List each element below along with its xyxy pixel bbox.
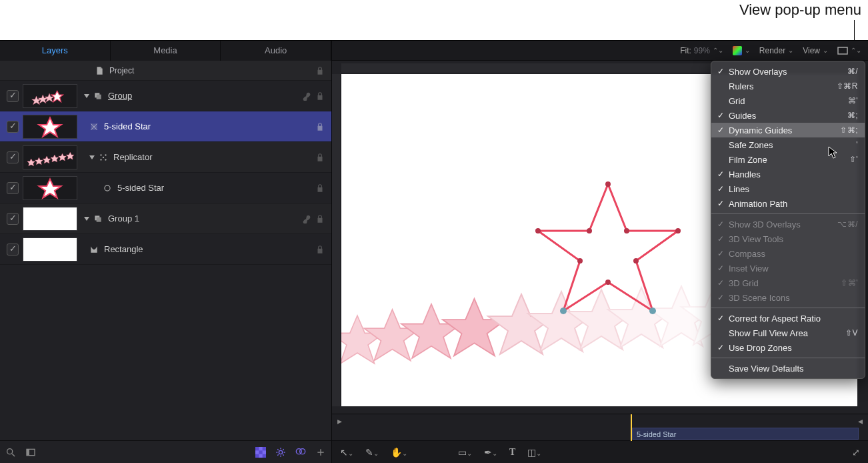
svg-rect-30 [255, 454, 259, 457]
link-icon[interactable] [302, 214, 311, 223]
menu-item-label: Rulers [726, 81, 837, 91]
panel-icon[interactable] [25, 447, 36, 458]
filter-icon[interactable] [295, 447, 306, 458]
visibility-checkbox[interactable] [7, 90, 19, 102]
mini-timeline[interactable]: ▸ 5-sided Star ◂ [332, 414, 868, 440]
paint-tool-icon[interactable]: ✒⌄ [484, 447, 497, 458]
out-marker-icon[interactable]: ◂ [858, 416, 863, 426]
mask-tool-icon[interactable]: ◫⌄ [527, 447, 541, 458]
menu-item-3d_tools: ✓3D View Tools [711, 232, 865, 246]
in-marker-icon[interactable]: ▸ [337, 416, 342, 426]
rectangle-tool-icon[interactable]: ▭⌄ [458, 447, 472, 458]
menu-item-save_defaults[interactable]: Save View Defaults [711, 361, 865, 376]
menu-item-label: Show Full View Area [726, 328, 845, 338]
visibility-checkbox[interactable] [7, 121, 19, 133]
replicator-icon [99, 153, 108, 162]
svg-point-14 [105, 154, 106, 155]
search-icon[interactable] [5, 447, 16, 458]
menu-item-show_overlays[interactable]: ✓Show Overlays⌘/ [711, 64, 865, 79]
lock-icon[interactable] [315, 66, 325, 75]
svg-rect-31 [263, 454, 266, 457]
fit-control[interactable]: Fit: 99% ⌃⌄ [680, 46, 723, 55]
checker-icon[interactable] [255, 447, 266, 458]
disclosure-icon[interactable] [84, 217, 89, 221]
check-icon: ✓ [715, 264, 726, 273]
check-icon: ✓ [715, 199, 726, 208]
layer-row-replicator[interactable]: Replicator [0, 142, 331, 173]
layout-popup[interactable]: ⌃⌄ [837, 47, 861, 55]
project-label: Project [109, 66, 315, 75]
chevron-down-icon: ⌄ [823, 47, 828, 54]
menu-item-anim_path[interactable]: ✓Animation Path [711, 196, 865, 211]
menu-item-shortcut: ⇧⌘' [841, 278, 858, 288]
menu-item-guides[interactable]: ✓Guides⌘; [711, 108, 865, 123]
layer-row-rectangle[interactable]: Rectangle [0, 234, 331, 265]
tab-layers[interactable]: Layers [0, 41, 111, 61]
ruler-vertical[interactable] [332, 74, 340, 406]
lock-icon[interactable] [315, 245, 325, 254]
lock-icon[interactable] [315, 91, 325, 101]
menu-item-rulers[interactable]: Rulers⇧⌘R [711, 79, 865, 93]
svg-rect-25 [27, 449, 29, 455]
project-row[interactable]: Project [0, 61, 331, 81]
stepper-icon: ⌃⌄ [851, 47, 861, 54]
layer-label: Group 1 [108, 213, 302, 223]
disclosure-icon[interactable] [84, 94, 89, 98]
panel-tabs: Layers Media Audio [0, 41, 331, 61]
check-icon: ✓ [715, 234, 726, 244]
lock-icon[interactable] [315, 183, 325, 193]
tab-media[interactable]: Media [111, 41, 221, 61]
visibility-checkbox[interactable] [7, 244, 19, 256]
layer-thumbnail [23, 84, 77, 108]
layer-row-star-selected[interactable]: 5-sided Star [0, 111, 331, 142]
menu-item-label: Lines [726, 184, 858, 194]
pen-tool-icon[interactable]: ✎⌄ [365, 447, 379, 458]
layer-row-group1[interactable]: Group 1 [0, 203, 331, 234]
menu-item-drop_zones[interactable]: ✓Use Drop Zones [711, 340, 865, 355]
menu-item-safe_zones[interactable]: Safe Zones' [711, 137, 865, 152]
menu-item-dynamic_guides[interactable]: ✓Dynamic Guides⇧⌘; [711, 123, 865, 137]
gear-icon[interactable] [275, 447, 286, 458]
text-tool-icon[interactable]: T [509, 447, 515, 458]
disclosure-icon[interactable] [89, 155, 95, 159]
select-tool-icon[interactable]: ↖⌄ [340, 447, 353, 458]
svg-marker-7 [27, 158, 35, 165]
visibility-checkbox[interactable] [7, 213, 19, 225]
view-menu-button[interactable]: View ⌄ [803, 46, 828, 55]
menu-item-label: Show 3D Overlays [726, 219, 837, 229]
visibility-checkbox[interactable] [7, 182, 19, 194]
expand-icon[interactable]: ⤢ [852, 447, 860, 458]
menu-item-aspect[interactable]: ✓Correct for Aspect Ratio [711, 311, 865, 326]
layer-row-star-nested[interactable]: 5-sided Star [0, 173, 331, 203]
menu-item-label: Inset View [726, 264, 858, 274]
menu-item-handles[interactable]: ✓Handles [711, 167, 865, 181]
visibility-checkbox[interactable] [7, 151, 19, 163]
svg-point-22 [7, 448, 13, 454]
plus-icon[interactable] [315, 447, 326, 458]
timeline-clip[interactable]: 5-sided Star [632, 428, 859, 440]
lock-icon[interactable] [315, 214, 325, 223]
layer-label: Rectangle [104, 244, 315, 254]
color-channel-menu[interactable]: ⌄ [733, 46, 750, 55]
menu-item-film_zone[interactable]: Film Zone⇧' [711, 152, 865, 167]
svg-marker-11 [59, 153, 67, 161]
shape-icon [89, 122, 99, 131]
lock-icon[interactable] [315, 122, 325, 131]
check-icon: ✓ [715, 314, 726, 323]
layer-row-group[interactable]: Group [0, 81, 331, 111]
layer-thumbnail [23, 207, 77, 231]
tab-audio[interactable]: Audio [221, 41, 331, 61]
menu-item-full_view[interactable]: Show Full View Area⇧V [711, 326, 865, 340]
menu-item-shortcut: ' [856, 140, 858, 149]
check-icon: ✓ [715, 293, 726, 302]
svg-point-32 [279, 450, 282, 454]
canvas-toolbar: Fit: 99% ⌃⌄ ⌄ Render ⌄ View ⌄ ⌃⌄ [332, 41, 868, 61]
render-menu[interactable]: Render ⌄ [759, 46, 793, 55]
menu-item-lines[interactable]: ✓Lines [711, 181, 865, 196]
lock-icon[interactable] [315, 153, 325, 162]
menu-item-grid[interactable]: Grid⌘' [711, 93, 865, 108]
hand-tool-icon[interactable]: ✋⌄ [391, 447, 407, 458]
menu-item-label: Correct for Aspect Ratio [726, 314, 858, 324]
link-icon[interactable] [302, 91, 311, 101]
menu-item-label: 3D View Tools [726, 234, 858, 244]
